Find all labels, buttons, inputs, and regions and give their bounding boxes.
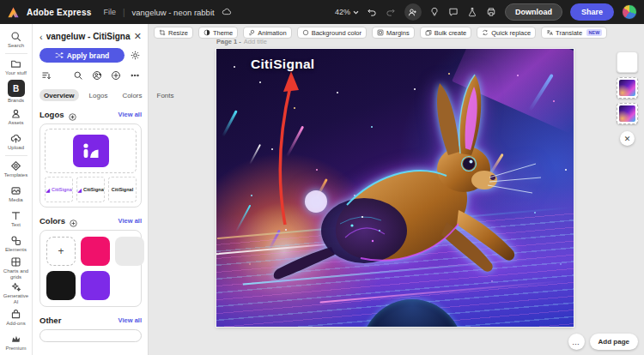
thumbnail-rabbit-2[interactable] [617, 103, 638, 124]
other-heading: Other [39, 316, 61, 325]
color-swatch-gray[interactable] [115, 237, 144, 266]
search-icon [10, 31, 21, 42]
apply-brand-button[interactable]: Apply brand [39, 48, 125, 63]
logo-tile-dark[interactable]: i◢ CitiSignal [76, 177, 105, 202]
tab-fonts[interactable]: Fonts [153, 89, 179, 101]
download-button[interactable]: Download [505, 3, 562, 21]
translate-button[interactable]: Translate NEW [541, 27, 607, 39]
thumbnail-image [619, 105, 635, 122]
colors-heading: Colors [39, 216, 65, 226]
invite-people-icon[interactable] [404, 3, 422, 21]
zoom-control[interactable]: 42% [335, 8, 359, 16]
page-label[interactable]: Page 1 -Add title [216, 38, 267, 45]
brands-icon: B [8, 80, 25, 97]
more-icon[interactable] [129, 69, 141, 81]
sidebar-item-premium[interactable]: Premium [0, 330, 33, 355]
media-icon [10, 185, 21, 196]
share-button[interactable]: Share [570, 3, 614, 21]
logo-tile-primary[interactable] [45, 129, 137, 173]
tab-colors[interactable]: Colors [118, 89, 146, 101]
logos-view-all-link[interactable]: View all [118, 111, 142, 118]
sidebar-item-brands[interactable]: B Brands [0, 80, 33, 105]
app-name: Adobe Express [27, 8, 91, 17]
colors-card: + [39, 230, 142, 307]
color-swatch-pink[interactable] [81, 237, 110, 266]
red-arrow-annotation[interactable] [216, 49, 574, 327]
color-swatch-black[interactable] [46, 271, 76, 300]
adobe-express-logo-icon[interactable] [7, 6, 20, 19]
sidebar-item-templates[interactable]: Templates [0, 157, 33, 182]
brand-panel-title: vangeluw - CitiSignal_ [46, 32, 131, 41]
sidebar-item-assets[interactable]: Assets [0, 105, 33, 129]
top-bar: Adobe Express File | vangeluw - neon rab… [0, 0, 644, 24]
theme-button[interactable]: Theme [198, 27, 238, 39]
sidebar-item-your-stuff[interactable]: Your stuff [0, 55, 33, 80]
thumbnail-image [619, 80, 635, 96]
folder-icon [10, 58, 21, 69]
footer-controls: … Add page [568, 334, 638, 350]
elements-icon [10, 235, 21, 246]
chevron-down-icon [353, 10, 359, 15]
close-rail-button[interactable]: ✕ [620, 131, 635, 146]
logo-tile-wordmark[interactable]: CitiSignal [108, 177, 137, 202]
sidebar-item-add-ons[interactable]: Add-ons [0, 305, 33, 330]
margins-icon [377, 29, 384, 36]
pages-rail: ✕ [617, 51, 638, 146]
brand-panel: ‹ vangeluw - CitiSignal_ ✕ Apply brand [33, 24, 149, 355]
beta-flask-icon[interactable] [467, 7, 478, 18]
share-brand-icon[interactable] [91, 69, 103, 81]
thumbnail-blank[interactable] [617, 51, 638, 73]
other-empty-item[interactable] [39, 329, 142, 342]
sidebar-item-generative-ai[interactable]: Generative AI [0, 280, 33, 305]
avatar[interactable] [622, 4, 637, 20]
text-icon [10, 210, 21, 221]
more-pages-button[interactable]: … [568, 334, 585, 350]
sidebar-item-search[interactable]: Search [0, 27, 33, 52]
comment-icon[interactable] [448, 7, 459, 18]
file-menu[interactable]: File [103, 8, 116, 16]
brand-settings-gear-icon[interactable] [129, 49, 142, 62]
add-swatch-button[interactable]: + [46, 237, 76, 266]
divider [5, 53, 27, 54]
brand-tabs: Overview Logos Colors Fonts [39, 89, 142, 101]
bulk-create-button[interactable]: Bulk create [420, 27, 472, 39]
tab-logos[interactable]: Logos [85, 89, 112, 101]
add-page-button[interactable]: Add page [590, 334, 638, 350]
colors-view-all-link[interactable]: View all [118, 217, 142, 225]
canvas-toolbar: Resize Theme Animation Background color … [154, 27, 607, 39]
animation-button[interactable]: Animation [243, 27, 291, 39]
sidebar-item-elements[interactable]: Elements [0, 231, 33, 256]
search-icon[interactable] [72, 69, 84, 81]
color-swatch-purple[interactable] [81, 271, 110, 300]
sort-icon[interactable] [40, 69, 52, 81]
logo-tile-light[interactable]: i◢ CitiSignal [45, 177, 73, 202]
templates-icon [10, 160, 21, 171]
sidebar-item-charts-and-grids[interactable]: Charts and grids [0, 256, 33, 280]
sidebar-item-media[interactable]: Media [0, 182, 33, 207]
undo-icon[interactable] [367, 7, 378, 18]
resize-button[interactable]: Resize [154, 27, 193, 39]
thumbnail-rabbit-1[interactable] [617, 77, 638, 99]
lightbulb-icon[interactable] [429, 7, 440, 18]
sidebar-item-upload[interactable]: Upload [0, 129, 33, 154]
other-view-all-link[interactable]: View all [118, 316, 142, 324]
close-panel-icon[interactable]: ✕ [134, 31, 142, 42]
animation-icon [248, 29, 255, 36]
citisignal-text-layer[interactable]: CitiSignal [251, 57, 314, 72]
add-ons-icon [10, 309, 21, 320]
divider: | [123, 8, 125, 17]
left-sidebar: Search Your stuff B Brands Assets Upload… [0, 24, 33, 355]
background-color-button[interactable]: Background color [297, 27, 367, 39]
print-icon[interactable] [486, 7, 497, 18]
sidebar-item-text[interactable]: Text [0, 206, 33, 231]
margins-button[interactable]: Margins [372, 27, 415, 39]
tab-overview[interactable]: Overview [39, 89, 79, 101]
add-circle-icon[interactable] [110, 69, 122, 81]
back-chevron-icon[interactable]: ‹ [39, 32, 43, 42]
add-color-icon[interactable] [69, 216, 78, 226]
document-title[interactable]: vangeluw - neon rabbit [132, 8, 215, 17]
quick-replace-button[interactable]: Quick replace [477, 27, 536, 39]
cloud-sync-icon[interactable] [222, 7, 233, 18]
redo-icon[interactable] [386, 7, 397, 18]
canvas-page[interactable]: CitiSignal [216, 49, 574, 327]
